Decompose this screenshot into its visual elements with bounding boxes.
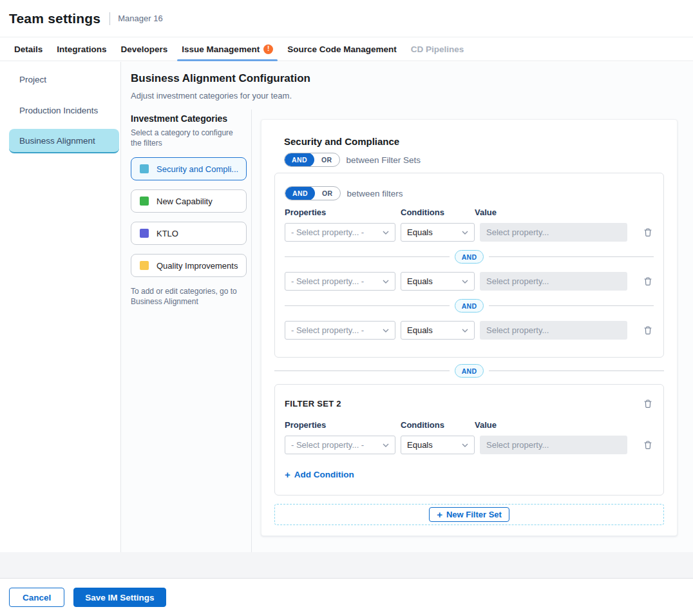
page-title: Team settings <box>9 11 100 26</box>
chevron-down-icon <box>462 280 468 284</box>
filter-row: - Select property... - Equals <box>285 436 654 454</box>
condition-select[interactable]: Equals <box>401 436 475 454</box>
filter-row: - Select property... - Equals <box>285 321 654 340</box>
delete-filter-button[interactable] <box>642 324 654 336</box>
category-color-swatch <box>140 197 149 206</box>
value-input[interactable] <box>480 436 627 454</box>
new-filter-set-button[interactable]: + New Filter Set <box>429 507 509 522</box>
filter-connector: AND <box>285 299 654 313</box>
content-area: Project Production Incidents Business Al… <box>0 62 693 552</box>
category-color-swatch <box>140 261 149 270</box>
delete-filter-button[interactable] <box>642 439 654 451</box>
chevron-down-icon <box>462 443 468 447</box>
plus-icon: + <box>437 510 442 519</box>
properties-header: Properties <box>285 420 401 430</box>
tab-developers[interactable]: Developers <box>114 37 175 61</box>
header-divider <box>109 12 110 25</box>
properties-header: Properties <box>285 207 401 217</box>
categories-footnote: To add or edit categories, go to Busines… <box>131 286 242 307</box>
settings-sidebar: Project Production Incidents Business Al… <box>0 62 121 552</box>
trash-icon <box>643 440 652 450</box>
warning-icon: ! <box>263 44 273 54</box>
plus-icon: + <box>285 470 290 479</box>
bottom-spacer <box>0 552 693 579</box>
filter-set-2: FILTER SET 2 Properties Conditions Value… <box>274 384 664 496</box>
value-input[interactable] <box>480 223 627 242</box>
tab-details[interactable]: Details <box>7 37 50 61</box>
chevron-down-icon <box>462 329 468 332</box>
filter-connector: AND <box>285 250 654 264</box>
condition-select[interactable]: Equals <box>401 272 475 291</box>
category-new-capability[interactable]: New Capability <box>131 189 247 213</box>
and-or-toggle-filter-sets[interactable]: AND OR <box>284 153 340 167</box>
tab-source-code-management[interactable]: Source Code Management <box>280 37 404 61</box>
or-option[interactable]: OR <box>314 153 339 167</box>
filter-set-1: AND OR between filters Properties Condit… <box>274 173 664 358</box>
tab-integrations[interactable]: Integrations <box>50 37 113 61</box>
conditions-header: Conditions <box>401 207 475 217</box>
filters-operator-row: AND OR between filters <box>285 186 654 200</box>
filter-sets-operator-row: AND OR between Filter Sets <box>284 153 664 167</box>
add-condition-button[interactable]: + Add Condition <box>285 470 354 479</box>
category-ktlo[interactable]: KTLO <box>131 222 247 245</box>
chevron-down-icon <box>383 443 389 447</box>
delete-filter-set-button[interactable] <box>642 398 654 410</box>
property-select[interactable]: - Select property... - <box>285 272 395 291</box>
value-header: Value <box>475 420 497 430</box>
and-option[interactable]: AND <box>285 153 314 167</box>
or-option[interactable]: OR <box>315 186 340 200</box>
team-settings-page: Team settings Manager 16 Details Integra… <box>0 0 693 616</box>
sidebar-item-project[interactable]: Project <box>0 67 120 91</box>
categories-hint: Select a category to configure the filte… <box>131 128 239 148</box>
filter-set-2-title: FILTER SET 2 <box>285 399 341 409</box>
new-filter-set-dropzone: + New Filter Set <box>274 504 664 525</box>
column-headers: Properties Conditions Value <box>285 420 654 430</box>
property-select[interactable]: - Select property... - <box>285 223 395 242</box>
selected-category-title: Security and Compliance <box>284 136 664 147</box>
filter-set-2-header: FILTER SET 2 <box>285 398 654 410</box>
filter-row: - Select property... - Equals <box>285 272 654 291</box>
delete-filter-button[interactable] <box>642 226 654 238</box>
category-security-and-compliance[interactable]: Security and Compli... <box>131 157 247 180</box>
category-quality-improvements[interactable]: Quality Improvements <box>131 254 247 277</box>
property-select[interactable]: - Select property... - <box>285 321 395 340</box>
property-select[interactable]: - Select property... - <box>285 436 395 454</box>
condition-select[interactable]: Equals <box>401 223 475 242</box>
tab-issue-management[interactable]: Issue Management ! <box>175 37 280 61</box>
and-or-toggle-filters[interactable]: AND OR <box>285 186 341 200</box>
between-filter-sets-label: between Filter Sets <box>346 155 421 165</box>
page-header: Team settings Manager 16 <box>0 0 693 37</box>
condition-select[interactable]: Equals <box>401 321 475 340</box>
trash-icon <box>643 325 652 335</box>
save-im-settings-button[interactable]: Save IM Settings <box>73 588 166 607</box>
team-name-label: Manager 16 <box>118 14 162 23</box>
value-input[interactable] <box>480 272 627 291</box>
trash-icon <box>643 399 652 409</box>
cancel-button[interactable]: Cancel <box>9 588 64 607</box>
settings-tabbar: Details Integrations Developers Issue Ma… <box>0 37 693 61</box>
chevron-down-icon <box>462 231 468 235</box>
tab-cd-pipelines: CD Pipelines <box>404 37 471 61</box>
section-title: Business Alignment Configuration <box>131 72 310 85</box>
between-filters-label: between filters <box>347 189 403 198</box>
value-input[interactable] <box>480 321 627 340</box>
category-color-swatch <box>140 164 149 173</box>
and-connector-pill: AND <box>455 364 484 378</box>
filter-configuration-card: Security and Compliance AND OR between F… <box>261 119 678 536</box>
column-headers: Properties Conditions Value <box>285 207 654 217</box>
filter-row: - Select property... - Equals <box>285 223 654 242</box>
conditions-header: Conditions <box>401 420 475 430</box>
action-footer: Cancel Save IM Settings <box>0 579 693 616</box>
sidebar-item-production-incidents[interactable]: Production Incidents <box>0 98 120 122</box>
and-option[interactable]: AND <box>285 186 315 200</box>
section-subtitle: Adjust investment categories for your te… <box>131 91 292 101</box>
value-header: Value <box>475 207 497 217</box>
sidebar-item-business-alignment[interactable]: Business Alignment <box>9 129 119 153</box>
categories-title: Investment Categories <box>131 113 251 124</box>
and-connector-pill: AND <box>455 250 484 264</box>
and-connector-pill: AND <box>455 299 484 313</box>
investment-categories-panel: Investment Categories Select a category … <box>121 110 252 552</box>
chevron-down-icon <box>383 280 389 284</box>
delete-filter-button[interactable] <box>642 275 654 287</box>
chevron-down-icon <box>383 329 389 332</box>
